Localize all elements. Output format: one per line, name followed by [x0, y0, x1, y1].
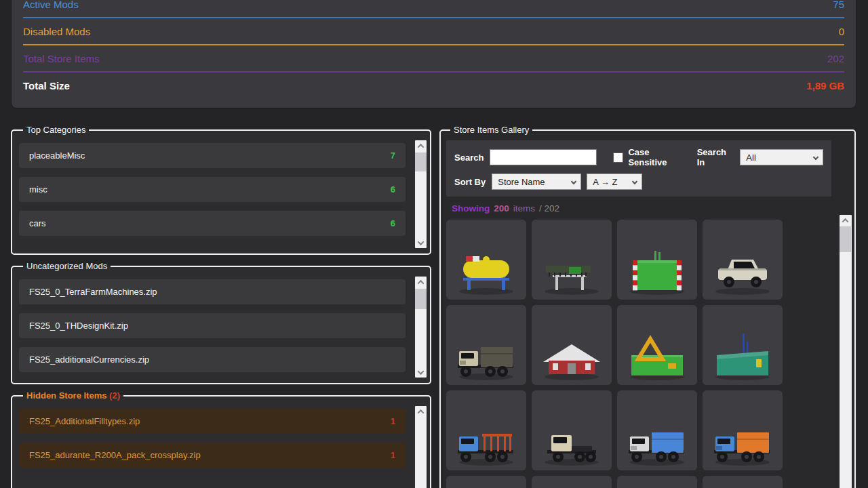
store-item-tile[interactable] — [446, 476, 526, 488]
store-item-tile[interactable] — [703, 220, 783, 300]
search-input[interactable] — [490, 149, 597, 165]
store-item-thumbnail — [538, 243, 606, 297]
store-item-tile[interactable] — [617, 305, 697, 385]
scroll-up-icon[interactable] — [415, 140, 427, 151]
list-item-name: FS25_adurante_R200A_pack_crossplay.zip — [29, 450, 201, 460]
showing-items-word: items — [513, 203, 535, 214]
stats-label: Total Store Items — [23, 53, 100, 64]
showing-count: 200 — [494, 203, 509, 214]
scrollbar-thumb[interactable] — [840, 226, 851, 252]
chevron-down-icon — [813, 155, 818, 160]
stats-value: 1,89 GB — [806, 80, 844, 92]
sort-by-dropdown[interactable]: Store Name — [492, 174, 581, 190]
stats-row: Active Mods 75 — [23, 0, 844, 18]
list-item[interactable]: FS25_0_THDesignKit.zip — [19, 313, 406, 338]
top-categories-title: Top Categories — [23, 125, 89, 135]
store-item-tile[interactable] — [617, 390, 697, 470]
scrollbar-thumb[interactable] — [415, 152, 427, 171]
list-item[interactable]: FS25_additionalCurrencies.zip — [19, 347, 406, 372]
stats-value: 202 — [827, 53, 844, 64]
scroll-down-icon[interactable] — [415, 237, 427, 248]
stats-row: Total Store Items 202 — [23, 45, 844, 73]
showing-label: Showing — [452, 203, 490, 214]
search-in-dropdown[interactable]: All — [740, 149, 823, 165]
store-item-tile[interactable] — [703, 390, 783, 470]
hidden-store-items-count: (2) — [109, 390, 120, 401]
uncategorized-mods-title: Uncategorized Mods — [23, 261, 111, 271]
case-sensitive-label: Case Sensitive — [628, 147, 687, 167]
gallery-grid — [446, 220, 789, 488]
list-item[interactable]: placeableMisc7 — [19, 143, 406, 168]
list-item-name: FS25_AdditionalFilltypes.zip — [29, 416, 140, 426]
store-item-tile[interactable] — [617, 220, 697, 300]
stats-row: Disabled Mods 0 — [23, 18, 844, 45]
hidden-store-items-group: Hidden Store Items (2) FS25_AdditionalFi… — [11, 390, 431, 488]
list-item[interactable]: misc6 — [19, 177, 406, 202]
store-item-tile[interactable] — [446, 305, 526, 385]
search-in-value: All — [746, 152, 755, 163]
store-item-tile[interactable] — [532, 220, 612, 300]
stats-row: Total Size 1,89 GB — [23, 73, 844, 100]
gallery-status-bar: Showing 200 items / 202 — [446, 198, 849, 218]
scroll-up-icon[interactable] — [840, 215, 851, 226]
sort-order-dropdown[interactable]: A → Z — [587, 174, 642, 190]
store-item-tile[interactable] — [703, 476, 783, 488]
store-item-tile[interactable] — [532, 390, 612, 470]
stats-panel: Active Mods 75Disabled Mods 0Total Store… — [11, 0, 856, 108]
store-item-tile[interactable] — [446, 220, 526, 300]
sort-by-label: Sort By — [454, 177, 486, 187]
store-item-tile[interactable] — [617, 476, 697, 488]
gallery-toolbar: Search Case Sensitive Search In All Sort… — [446, 140, 831, 197]
store-item-thumbnail — [623, 243, 691, 297]
list-item-count: 6 — [391, 184, 395, 195]
store-item-thumbnail — [709, 413, 776, 468]
stats-label: Disabled Mods — [23, 26, 90, 37]
showing-total: / 202 — [539, 203, 559, 214]
store-item-thumbnail — [623, 328, 691, 382]
list-item[interactable]: FS25_adurante_R200A_pack_crossplay.zip1 — [19, 443, 406, 468]
scroll-up-icon[interactable] — [415, 277, 427, 287]
list-item-name: misc — [29, 184, 47, 195]
store-item-thumbnail — [452, 413, 520, 468]
store-item-tile[interactable] — [532, 305, 612, 385]
sort-by-value: Store Name — [498, 177, 545, 187]
list-item-name: FS25_0_THDesignKit.zip — [29, 321, 128, 331]
list-item-name: FS25_additionalCurrencies.zip — [29, 354, 149, 365]
search-label: Search — [454, 152, 484, 163]
gallery-scrollbar[interactable] — [840, 215, 852, 488]
list-item-count: 7 — [391, 150, 395, 161]
sort-order-value: A → Z — [593, 177, 617, 187]
hidden-store-items-title: Hidden Store Items — [26, 390, 106, 401]
chevron-down-icon — [632, 179, 637, 184]
list-item-name: FS25_0_TerraFarmMachines.zip — [29, 287, 157, 297]
list-item-name: cars — [29, 218, 46, 228]
stats-value: 75 — [833, 0, 844, 10]
store-item-thumbnail — [538, 328, 606, 382]
search-in-label: Search In — [697, 147, 735, 167]
store-item-thumbnail — [452, 243, 520, 297]
hidden-scrollbar[interactable] — [415, 406, 427, 488]
store-item-thumbnail — [709, 328, 776, 382]
uncategorized-scrollbar[interactable] — [415, 277, 427, 378]
list-item-count: 1 — [391, 416, 395, 426]
store-items-gallery-group: Store Items Gallery Search Case Sensitiv… — [439, 125, 856, 488]
scrollbar-thumb[interactable] — [415, 289, 427, 309]
store-item-thumbnail — [452, 328, 520, 382]
list-item-count: 6 — [391, 218, 395, 228]
store-item-tile[interactable] — [532, 476, 612, 488]
store-item-tile[interactable] — [446, 390, 526, 470]
store-item-tile[interactable] — [703, 305, 783, 385]
store-item-thumbnail — [538, 413, 606, 468]
store-item-thumbnail — [709, 243, 776, 297]
scroll-down-icon[interactable] — [415, 367, 427, 378]
scroll-up-icon[interactable] — [415, 406, 427, 417]
top-categories-scrollbar[interactable] — [415, 140, 427, 248]
chevron-down-icon — [571, 179, 576, 184]
case-sensitive-checkbox[interactable] — [613, 152, 623, 163]
store-items-gallery-title: Store Items Gallery — [450, 125, 532, 135]
list-item[interactable]: FS25_AdditionalFilltypes.zip1 — [19, 409, 406, 434]
list-item-name: placeableMisc — [29, 150, 85, 161]
list-item[interactable]: FS25_0_TerraFarmMachines.zip — [19, 279, 406, 304]
list-item[interactable]: cars6 — [19, 211, 406, 236]
uncategorized-mods-group: Uncategorized Mods FS25_0_TerraFarmMachi… — [11, 261, 431, 384]
